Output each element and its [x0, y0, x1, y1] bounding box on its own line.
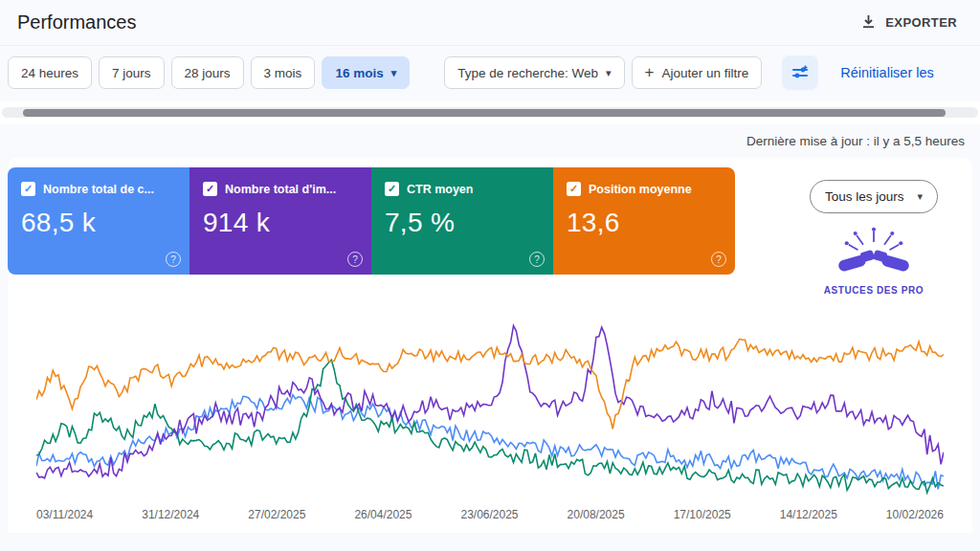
metric-label: Position moyenne: [589, 183, 692, 196]
handshake-network-icon: [834, 225, 914, 284]
horizontal-scrollbar: [0, 101, 980, 124]
x-axis-label: 23/06/2025: [460, 508, 518, 521]
metric-cards: ✓ Nombre total de c... 68,5 k ? ✓ Nombre…: [8, 167, 735, 275]
performance-panel: ✓ Nombre total de c... 68,5 k ? ✓ Nombre…: [8, 158, 972, 533]
plus-icon: +: [645, 63, 655, 82]
checkbox-checked-icon[interactable]: ✓: [385, 182, 399, 196]
x-axis-label: 20/08/2025: [568, 508, 625, 521]
scrollbar-track[interactable]: [2, 107, 978, 118]
export-label: EXPORTER: [885, 15, 957, 30]
chart-x-axis: 03/11/202431/12/202427/02/202526/04/2025…: [8, 500, 972, 533]
checkbox-checked-icon[interactable]: ✓: [21, 182, 35, 196]
help-icon[interactable]: ?: [529, 252, 545, 267]
search-type-dropdown[interactable]: Type de recherche: Web ▾: [444, 56, 624, 89]
chevron-down-icon: ▾: [917, 190, 923, 203]
export-button[interactable]: EXPORTER: [855, 12, 963, 33]
time-chip-16-mois[interactable]: 16 mois ▾: [322, 56, 410, 89]
time-chip-label: 16 mois: [335, 66, 383, 80]
download-icon: [860, 13, 877, 33]
page-title: Performances: [17, 11, 137, 33]
metric-label: CTR moyen: [407, 183, 473, 196]
chevron-down-icon: ▾: [391, 67, 397, 79]
performance-chart[interactable]: [8, 296, 972, 500]
x-axis-label: 26/04/2025: [354, 508, 412, 521]
scrollbar-thumb[interactable]: [23, 109, 946, 117]
logo-text: ASTUCES DES PRO: [824, 285, 924, 296]
chevron-down-icon: ▾: [606, 67, 612, 79]
granularity-dropdown[interactable]: Tous les jours ▾: [810, 180, 938, 213]
time-chip-7-jours[interactable]: 7 jours: [99, 56, 165, 89]
metric-card-total-impressions[interactable]: ✓ Nombre total d'im... 914 k ?: [189, 167, 371, 275]
reset-filters-link[interactable]: Réinitialiser les: [840, 65, 934, 80]
metric-value: 914 k: [203, 208, 358, 238]
help-icon[interactable]: ?: [711, 252, 726, 267]
add-filter-button[interactable]: + Ajouter un filtre: [632, 56, 763, 89]
top-bar: Performances EXPORTER: [0, 0, 980, 46]
astuces-des-pro-logo: ASTUCES DES PRO: [824, 225, 924, 296]
metrics-row: ✓ Nombre total de c... 68,5 k ? ✓ Nombre…: [8, 167, 972, 296]
metric-card-average-ctr[interactable]: ✓ CTR moyen 7,5 % ?: [371, 167, 553, 275]
time-chip-24-heures[interactable]: 24 heures: [8, 56, 92, 89]
x-axis-label: 10/02/2026: [886, 508, 944, 521]
sliders-icon: [791, 63, 810, 82]
checkbox-checked-icon[interactable]: ✓: [203, 182, 217, 196]
metric-card-total-clicks[interactable]: ✓ Nombre total de c... 68,5 k ?: [8, 167, 189, 275]
checkbox-checked-icon[interactable]: ✓: [567, 182, 581, 196]
help-icon[interactable]: ?: [166, 252, 181, 267]
x-axis-label: 31/12/2024: [142, 508, 199, 521]
metric-value: 68,5 k: [21, 208, 176, 238]
filters-row: 24 heures 7 jours 28 jours 3 mois 16 moi…: [0, 46, 980, 101]
metric-card-average-position[interactable]: ✓ Position moyenne 13,6 ?: [553, 167, 735, 275]
metric-value: 13,6: [567, 208, 722, 238]
metric-label: Nombre total de c...: [43, 183, 154, 196]
time-chip-3-mois[interactable]: 3 mois: [251, 56, 316, 89]
granularity-label: Tous les jours: [825, 189, 904, 204]
add-filter-label: Ajouter un filtre: [662, 66, 749, 80]
metric-label: Nombre total d'im...: [225, 183, 336, 196]
x-axis-label: 14/12/2025: [780, 508, 837, 521]
x-axis-label: 17/10/2025: [674, 508, 731, 521]
metric-value: 7,5 %: [385, 208, 540, 238]
help-icon[interactable]: ?: [347, 252, 363, 267]
compare-filter-button[interactable]: [782, 55, 818, 90]
x-axis-label: 27/02/2025: [248, 508, 305, 521]
last-update-text: Dernière mise à jour : il y a 5,5 heures: [0, 124, 980, 152]
x-axis-label: 03/11/2024: [36, 508, 93, 521]
time-chip-28-jours[interactable]: 28 jours: [171, 56, 244, 89]
search-type-label: Type de recherche: Web: [457, 66, 598, 80]
